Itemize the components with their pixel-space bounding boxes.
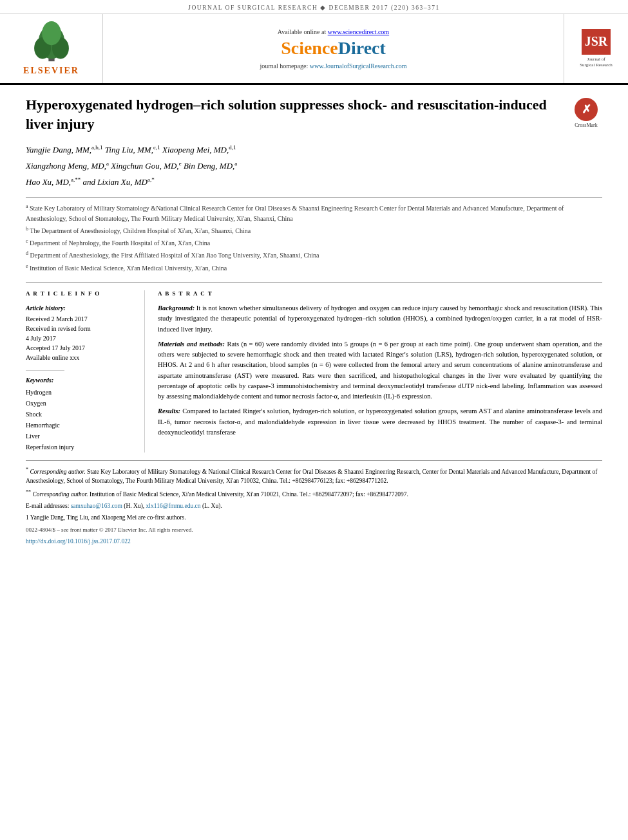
keywords-label: Keywords: [26,375,135,386]
homepage-url[interactable]: www.JournalofSurgicalResearch.com [310,62,407,70]
authors-line3: Hao Xu, MD,a,** and Lixian Xu, MDa,* [26,174,602,191]
elsevier-logo-section: ELSEVIER [0,14,103,83]
article-history: Article history: Received 2 March 2017 R… [26,303,135,362]
doi-line: http://dx.doi.org/10.1016/j.jss.2017.07.… [26,537,602,546]
jsr-box: JSR [582,29,611,55]
affiliations-section: a State Key Laboratory of Military Stoma… [26,197,602,273]
keywords-section: Keywords: Hydrogen Oxygen Shock Hemorrha… [26,375,135,453]
title-section: Hyperoxygenated hydrogen–rich solution s… [26,95,602,133]
background-text: It is not known whether simultaneous del… [158,304,602,333]
journal-name: Journal of Surgical Research [188,5,318,11]
footnote-corresponding1: * Corresponding author. State Key Labora… [26,466,602,486]
keyword-liver: Liver [26,431,135,442]
svg-point-4 [42,21,61,45]
email2-link[interactable]: xlx116@fmmu.edu.cn [146,503,201,509]
homepage-label: journal homepage: [260,62,309,70]
abstract-column: A B S T R A C T Background: It is not kn… [158,290,602,453]
available-text: Available online at www.sciencedirect.co… [278,28,389,35]
article-info-label: A R T I C L E I N F O [26,290,135,297]
paper-title: Hyperoxygenated hydrogen–rich solution s… [26,95,570,133]
revised-date: 4 July 2017 [26,335,56,342]
copyright-line: 0022-4804/$ – see front matter © 2017 El… [26,526,602,535]
main-content: Hyperoxygenated hydrogen–rich solution s… [0,85,628,555]
abstract-text: Background: It is not known whether simu… [158,303,602,438]
footnote-emails: E-mail addresses: samxuhao@163.com (H. X… [26,501,602,510]
affiliation-b: b The Department of Anesthesiology, Chil… [26,225,602,236]
methods-label: Materials and methods: [158,341,225,348]
received-date: Received 2 March 2017 [26,315,88,322]
journal-homepage-line: journal homepage: www.JournalofSurgicalR… [260,62,407,70]
authors-line1: Yangjie Dang, MM,a,b,1 Ting Liu, MM,c,1 … [26,142,602,158]
abstract-methods: Materials and methods: Rats (n = 60) wer… [158,339,602,402]
article-info-column: A R T I C L E I N F O Article history: R… [26,290,145,453]
background-label: Background: [158,304,195,312]
keyword-reperfusion: Reperfusion injury [26,442,135,453]
sd-logo-blue: Direct [338,38,386,58]
jsr-logo: JSR Journal ofSurgical Research [580,29,613,68]
keyword-hydrogen: Hydrogen [26,387,135,398]
abstract-results: Results: Compared to lactated Ringer's s… [158,406,602,438]
affiliation-e: e Institution of Basic Medical Science, … [26,263,602,273]
abstract-background: Background: It is not known whether simu… [158,303,602,335]
revised-label: Received in revised form [26,325,91,332]
authors-section: Yangjie Dang, MM,a,b,1 Ting Liu, MM,c,1 … [26,142,602,191]
crossmark-section[interactable]: ✗ CrossMark [570,98,602,128]
diamond-separator: ◆ [320,5,327,11]
elsevier-tree-icon [26,21,77,63]
keyword-shock: Shock [26,409,135,420]
jsr-sublabel: Journal ofSurgical Research [580,57,613,68]
affiliation-a: a State Key Laboratory of Military Stoma… [26,203,602,223]
footnote-coauthors: 1 Yangjie Dang, Ting Liu, and Xiaopeng M… [26,513,602,522]
email1-link[interactable]: samxuhao@163.com [71,503,122,509]
banner-area: ELSEVIER Available online at www.science… [0,14,628,85]
abstract-label: A B S T R A C T [158,290,602,297]
sciencedirect-section: Available online at www.sciencedirect.co… [103,14,564,83]
affiliation-c: c Department of Nephrology, the Fourth H… [26,238,602,248]
accepted-date: Accepted 17 July 2017 [26,344,85,351]
elsevier-label: ELSEVIER [23,66,79,76]
sciencedirect-url[interactable]: www.sciencedirect.com [328,28,389,35]
sciencedirect-logo: ScienceDirect [281,38,386,59]
keyword-hemorrhagic: Hemorrhagic [26,420,135,431]
authors-line2: Xiangzhong Meng, MD,a Xingchun Gou, MD,e… [26,158,602,174]
available-online: Available online xxx [26,354,79,361]
methods-text: Rats (n = 60) were randomly divided into… [158,341,602,400]
results-label: Results: [158,407,180,415]
results-text: Compared to lactated Ringer's solution, … [158,407,602,436]
crossmark-label: CrossMark [575,122,598,128]
affiliation-d: d Department of Anesthesiology, the Firs… [26,250,602,260]
two-column-section: A R T I C L E I N F O Article history: R… [26,282,602,453]
footnote-corresponding2: ** Corresponding author. Institution of … [26,489,602,499]
keyword-oxygen: Oxygen [26,398,135,409]
history-label: Article history: [26,303,135,313]
crossmark-icon[interactable]: ✗ [575,98,598,121]
sd-logo-orange: Science [281,38,338,58]
jsr-logo-section: JSR Journal ofSurgical Research [564,14,628,83]
divider [26,370,64,371]
journal-date: December 2017 (220) 363–371 [329,5,440,11]
journal-header-bar: Journal of Surgical Research ◆ December … [0,0,628,14]
doi-link[interactable]: http://dx.doi.org/10.1016/j.jss.2017.07.… [26,538,131,545]
footnotes-section: * Corresponding author. State Key Labora… [26,460,602,546]
